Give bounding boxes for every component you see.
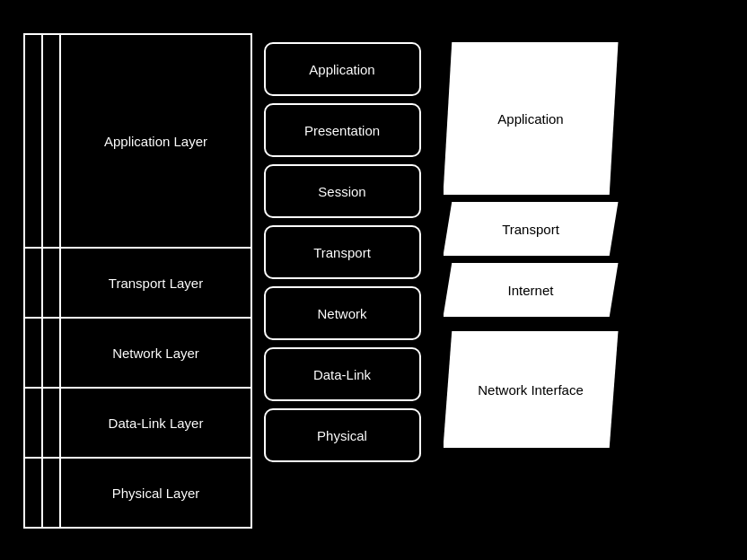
osi-physical-row: Physical Layer [23, 457, 252, 529]
stripe-2 [43, 35, 61, 247]
tcp-transport: Transport [444, 202, 619, 256]
osi-datalink-row: Data-Link Layer [23, 387, 252, 459]
stripe-1 [25, 249, 43, 317]
layer-session: Session [264, 164, 421, 218]
stripe-1 [25, 35, 43, 247]
layer-names-column: Application Presentation Session Transpo… [252, 33, 432, 527]
layer-physical: Physical [264, 408, 421, 462]
stripe-1 [25, 389, 43, 457]
osi-physical-label: Physical Layer [61, 481, 250, 505]
osi-model-column: Application Layer Transport Layer Networ… [23, 33, 252, 527]
tcp-network-interface: Network Interface [444, 331, 619, 448]
tcp-internet: Internet [444, 263, 619, 317]
stripe-1 [25, 319, 43, 387]
layer-transport: Transport [264, 225, 421, 279]
osi-datalink-label: Data-Link Layer [61, 411, 250, 435]
osi-transport-row: Transport Layer [23, 247, 252, 319]
tcp-application: Application [444, 42, 619, 195]
stripe-2 [43, 319, 61, 387]
diagram: Application Layer Transport Layer Networ… [23, 33, 724, 527]
osi-transport-label: Transport Layer [61, 271, 250, 295]
stripe-2 [43, 389, 61, 457]
layer-datalink: Data-Link [264, 347, 421, 401]
osi-network-label: Network Layer [61, 341, 250, 365]
layer-network: Network [264, 286, 421, 340]
stripe-2 [43, 459, 61, 527]
layer-presentation: Presentation [264, 103, 421, 157]
tcpip-column: Application Transport Internet Network I… [432, 33, 629, 527]
stripe-1 [25, 459, 43, 527]
osi-network-row: Network Layer [23, 317, 252, 389]
stripe-2 [43, 249, 61, 317]
layer-application: Application [264, 42, 421, 96]
osi-application-row: Application Layer [23, 33, 252, 249]
osi-application-label: Application Layer [61, 129, 250, 153]
